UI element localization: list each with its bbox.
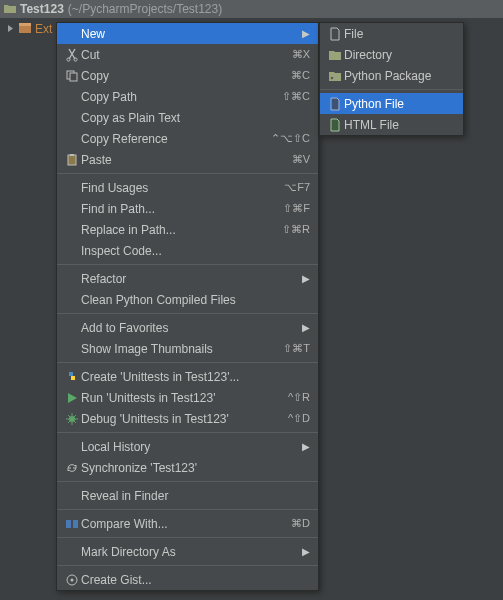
- menu-item-label: Reveal in Finder: [81, 489, 310, 503]
- menu-separator: [57, 264, 318, 265]
- submenu-arrow-icon: ▶: [302, 441, 310, 452]
- svg-rect-7: [70, 154, 74, 156]
- menu-item-clean-python-compiled-files[interactable]: Clean Python Compiled Files: [57, 289, 318, 310]
- menu-item-shortcut: ⇧⌘R: [282, 223, 310, 236]
- python-icon: [63, 370, 81, 384]
- new-submenu[interactable]: FileDirectoryPython PackagePython FileHT…: [319, 22, 464, 136]
- menu-item-copy-reference[interactable]: Copy Reference⌃⌥⇧C: [57, 128, 318, 149]
- menu-item-label: Run 'Unittests in Test123': [81, 391, 282, 405]
- menu-item-synchronize-test123[interactable]: Synchronize 'Test123': [57, 457, 318, 478]
- menu-item-create-unittests-in-test123[interactable]: Create 'Unittests in Test123'...: [57, 366, 318, 387]
- menu-item-refactor[interactable]: Refactor▶: [57, 268, 318, 289]
- menu-item-label: Copy Path: [81, 90, 276, 104]
- menu-item-label: File: [344, 27, 455, 41]
- menu-item-label: Replace in Path...: [81, 223, 276, 237]
- menu-item-find-usages[interactable]: Find Usages⌥F7: [57, 177, 318, 198]
- menu-item-label: Mark Directory As: [81, 545, 302, 559]
- menu-item-label: Create Gist...: [81, 573, 310, 587]
- menu-item-label: New: [81, 27, 302, 41]
- menu-item-shortcut: ⌃⌥⇧C: [271, 132, 310, 145]
- menu-item-add-to-favorites[interactable]: Add to Favorites▶: [57, 317, 318, 338]
- submenu-item-python-package[interactable]: Python Package: [320, 65, 463, 86]
- svg-rect-5: [70, 73, 77, 81]
- menu-item-new[interactable]: New▶: [57, 23, 318, 44]
- menu-item-label: Find in Path...: [81, 202, 277, 216]
- svg-point-12: [71, 578, 74, 581]
- svg-rect-0: [19, 25, 31, 33]
- menu-item-label: HTML File: [344, 118, 455, 132]
- package-icon: [326, 69, 344, 83]
- menu-item-label: Create 'Unittests in Test123'...: [81, 370, 310, 384]
- context-menu[interactable]: New▶Cut⌘XCopy⌘CCopy Path⇧⌘CCopy as Plain…: [56, 22, 319, 591]
- menu-item-copy-as-plain-text[interactable]: Copy as Plain Text: [57, 107, 318, 128]
- htmlfile-icon: [326, 118, 344, 132]
- menu-item-label: Local History: [81, 440, 302, 454]
- menu-item-shortcut: ⌘C: [291, 69, 310, 82]
- menu-item-show-image-thumbnails[interactable]: Show Image Thumbnails⇧⌘T: [57, 338, 318, 359]
- menu-item-mark-directory-as[interactable]: Mark Directory As▶: [57, 541, 318, 562]
- menu-item-replace-in-path[interactable]: Replace in Path...⇧⌘R: [57, 219, 318, 240]
- submenu-item-directory[interactable]: Directory: [320, 44, 463, 65]
- menu-item-reveal-in-finder[interactable]: Reveal in Finder: [57, 485, 318, 506]
- run-icon: [63, 391, 81, 405]
- expand-arrow-icon[interactable]: [6, 22, 15, 36]
- submenu-item-python-file[interactable]: Python File: [320, 93, 463, 114]
- menu-separator: [57, 537, 318, 538]
- svg-rect-1: [19, 23, 31, 26]
- menu-item-label: Python Package: [344, 69, 455, 83]
- svg-point-2: [67, 57, 70, 60]
- menu-item-label: Copy Reference: [81, 132, 265, 146]
- menu-item-label: Synchronize 'Test123': [81, 461, 310, 475]
- file-icon: [326, 27, 344, 41]
- project-tree-row[interactable]: Ext: [6, 22, 52, 36]
- menu-item-compare-with[interactable]: Compare With...⌘D: [57, 513, 318, 534]
- menu-item-label: Refactor: [81, 272, 302, 286]
- menu-item-shortcut: ⇧⌘C: [282, 90, 310, 103]
- menu-separator: [57, 509, 318, 510]
- svg-point-13: [331, 76, 334, 79]
- menu-separator: [57, 565, 318, 566]
- menu-item-shortcut: ⌘D: [291, 517, 310, 530]
- project-tree-label: Ext: [35, 22, 52, 36]
- paste-icon: [63, 153, 81, 167]
- menu-item-label: Directory: [344, 48, 455, 62]
- submenu-arrow-icon: ▶: [302, 28, 310, 39]
- gist-icon: [63, 573, 81, 587]
- cut-icon: [63, 48, 81, 62]
- debug-icon: [63, 412, 81, 426]
- folder-icon: [4, 4, 16, 14]
- menu-item-copy[interactable]: Copy⌘C: [57, 65, 318, 86]
- svg-rect-10: [73, 520, 78, 528]
- menu-item-inspect-code[interactable]: Inspect Code...: [57, 240, 318, 261]
- menu-item-find-in-path[interactable]: Find in Path...⇧⌘F: [57, 198, 318, 219]
- sync-icon: [63, 461, 81, 475]
- window-title-path: (~/PycharmProjects/Test123): [68, 2, 222, 16]
- menu-separator: [320, 89, 463, 90]
- menu-item-label: Cut: [81, 48, 286, 62]
- compare-icon: [63, 517, 81, 531]
- submenu-item-html-file[interactable]: HTML File: [320, 114, 463, 135]
- menu-item-shortcut: ^⇧R: [288, 391, 310, 404]
- menu-item-local-history[interactable]: Local History▶: [57, 436, 318, 457]
- menu-item-copy-path[interactable]: Copy Path⇧⌘C: [57, 86, 318, 107]
- menu-item-label: Paste: [81, 153, 286, 167]
- menu-item-paste[interactable]: Paste⌘V: [57, 149, 318, 170]
- window-title-name: Test123: [20, 2, 64, 16]
- title-bar: Test123 (~/PycharmProjects/Test123): [0, 0, 503, 18]
- menu-item-shortcut: ⌘X: [292, 48, 310, 61]
- menu-item-label: Python File: [344, 97, 455, 111]
- menu-item-shortcut: ⇧⌘F: [283, 202, 310, 215]
- menu-separator: [57, 173, 318, 174]
- menu-item-label: Show Image Thumbnails: [81, 342, 277, 356]
- menu-item-create-gist[interactable]: Create Gist...: [57, 569, 318, 590]
- menu-item-label: Inspect Code...: [81, 244, 310, 258]
- menu-item-label: Find Usages: [81, 181, 278, 195]
- menu-item-shortcut: ⇧⌘T: [283, 342, 310, 355]
- menu-item-debug-unittests-in-test123[interactable]: Debug 'Unittests in Test123'^⇧D: [57, 408, 318, 429]
- menu-item-run-unittests-in-test123[interactable]: Run 'Unittests in Test123'^⇧R: [57, 387, 318, 408]
- submenu-item-file[interactable]: File: [320, 23, 463, 44]
- menu-item-cut[interactable]: Cut⌘X: [57, 44, 318, 65]
- submenu-arrow-icon: ▶: [302, 546, 310, 557]
- svg-rect-6: [68, 155, 76, 165]
- menu-item-label: Add to Favorites: [81, 321, 302, 335]
